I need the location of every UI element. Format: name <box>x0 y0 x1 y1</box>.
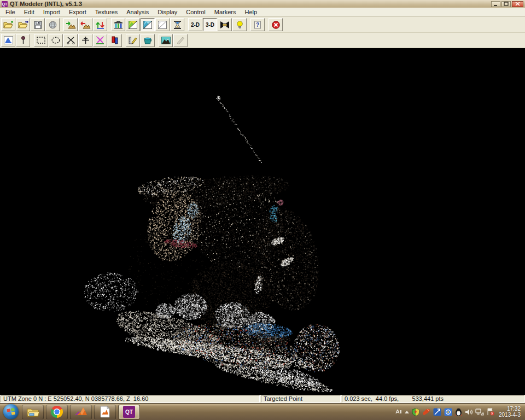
start-button[interactable] <box>3 404 19 419</box>
taskbar: QT 17:32 2013-4-3 <box>0 403 525 420</box>
toolbar-main: 2-D 3-D ? <box>0 17 525 33</box>
target-button[interactable] <box>78 34 92 47</box>
select-rect-button[interactable] <box>34 34 48 47</box>
qq-penguin-icon[interactable] <box>455 408 462 416</box>
menu-analysis[interactable]: Analysis <box>122 8 153 16</box>
view-2d-label: 2-D <box>191 22 200 28</box>
volume-icon[interactable] <box>465 409 472 416</box>
blue-circle-app-icon[interactable] <box>444 408 452 416</box>
view-3d-button[interactable]: 3-D <box>203 18 217 31</box>
qt-modeler-icon: QT <box>123 406 135 418</box>
transform-button[interactable] <box>93 18 107 31</box>
delete-selection-button[interactable] <box>93 34 107 47</box>
clock-time: 17:32 <box>499 406 521 412</box>
clock-date: 2013-4-3 <box>499 412 521 418</box>
matlab-file-icon <box>100 406 110 418</box>
window-title: QT Modeler (INTL), v5.1.3 <box>10 1 82 7</box>
shading-off-button[interactable] <box>155 18 170 31</box>
taskbar-chrome-button[interactable] <box>46 405 68 419</box>
menu-edit[interactable]: Edit <box>20 8 39 16</box>
status-bar: UTM Zone 0 N : E 525052.40, N 0385778.66… <box>0 395 525 403</box>
colormap-blue-button[interactable] <box>141 18 155 31</box>
open-button[interactable] <box>1 18 15 31</box>
status-performance: 0.023 sec, 44.0 fps, 533,441 pts <box>342 395 524 402</box>
taskbar-qt-modeler-button[interactable]: QT <box>118 405 140 419</box>
status-mode: Targeted Point <box>261 395 341 402</box>
lighting-button[interactable] <box>232 18 247 31</box>
toolbar-tools <box>0 33 525 48</box>
open-add-button[interactable] <box>16 18 30 31</box>
fit-extent-button[interactable] <box>218 18 232 31</box>
menu-export[interactable]: Export <box>65 8 91 16</box>
import-terrain-button[interactable] <box>63 18 78 31</box>
globe-button[interactable] <box>45 18 60 31</box>
point-cloud-canvas[interactable] <box>0 48 525 395</box>
menu-file[interactable]: File <box>1 8 20 16</box>
svg-text:?: ? <box>256 22 259 28</box>
export-terrain-button[interactable] <box>78 18 92 31</box>
processing-button[interactable] <box>170 18 184 31</box>
windows-flag-icon <box>7 408 15 416</box>
histogram-button[interactable] <box>1 34 15 47</box>
matlab-icon <box>74 406 88 417</box>
taskbar-matlab-file-button[interactable] <box>94 405 116 419</box>
fill-bucket-button[interactable] <box>141 34 155 47</box>
security-shield-icon[interactable] <box>412 408 419 416</box>
cut-button[interactable] <box>63 34 78 47</box>
disabled-tool-button <box>173 34 188 47</box>
chrome-icon <box>51 406 63 418</box>
app-window: QT QT Modeler (INTL), v5.1.3 File Edit I… <box>0 0 525 403</box>
select-ellipse-button[interactable] <box>49 34 63 47</box>
help-button[interactable]: ? <box>250 18 265 31</box>
menu-help[interactable]: Help <box>241 8 262 16</box>
explorer-folder-icon <box>26 407 39 417</box>
sogou-horn-icon[interactable] <box>422 408 430 416</box>
menu-textures[interactable]: Textures <box>91 8 122 16</box>
show-hidden-icons-arrow[interactable] <box>405 411 409 413</box>
network-icon[interactable] <box>475 409 484 416</box>
menu-import[interactable]: Import <box>39 8 65 16</box>
view-2d-button[interactable]: 2-D <box>188 18 202 31</box>
measure-button[interactable] <box>126 34 140 47</box>
taskbar-matlab-button[interactable] <box>70 405 92 419</box>
terrain-view-button[interactable] <box>159 34 173 47</box>
model-building-button[interactable] <box>111 18 125 31</box>
action-center-flag-icon[interactable] <box>487 408 494 416</box>
minimize-button[interactable] <box>491 1 500 7</box>
close-button[interactable] <box>512 1 523 7</box>
desktop: QT QT Modeler (INTL), v5.1.3 File Edit I… <box>0 0 525 420</box>
volume-compare-button[interactable] <box>108 34 122 47</box>
view-3d-label: 3-D <box>206 22 214 28</box>
colormap-green-button[interactable] <box>126 18 140 31</box>
app-logo-icon: QT <box>2 1 8 7</box>
menu-markers[interactable]: Markers <box>210 8 241 16</box>
menu-display[interactable]: Display <box>153 8 182 16</box>
maximize-button[interactable] <box>501 1 511 7</box>
status-coordinates: UTM Zone 0 N : E 525052.40, N 0385778.66… <box>1 395 260 402</box>
viewport[interactable] <box>0 48 525 395</box>
system-tray <box>393 408 497 416</box>
save-button[interactable] <box>31 18 45 31</box>
menu-control[interactable]: Control <box>182 8 209 16</box>
taskbar-explorer-button[interactable] <box>22 405 44 419</box>
blue-slash-app-icon[interactable] <box>433 408 441 416</box>
marker-pin-button[interactable] <box>16 34 30 47</box>
taskbar-clock[interactable]: 17:32 2013-4-3 <box>497 406 524 418</box>
title-bar[interactable]: QT QT Modeler (INTL), v5.1.3 <box>0 0 525 8</box>
menu-bar: File Edit Import Export Textures Analysi… <box>0 8 525 17</box>
close-model-button[interactable] <box>269 18 283 31</box>
input-indicator-icon[interactable] <box>395 409 402 415</box>
